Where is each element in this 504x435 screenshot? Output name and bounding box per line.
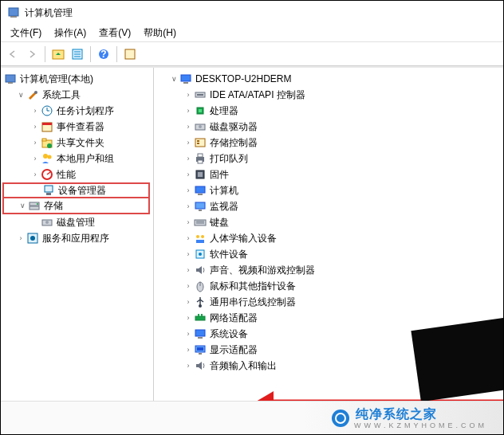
device-root[interactable]: ∨ DESKTOP-U2HDERM bbox=[154, 71, 503, 87]
window-title: 计算机管理 bbox=[25, 6, 73, 20]
collapse-icon[interactable]: ∨ bbox=[168, 73, 179, 84]
content-area: 计算机管理(本地) ∨ 系统工具 › 任务计划程序 › 事件查看器 › 共享文件… bbox=[1, 66, 503, 434]
expand-icon[interactable]: › bbox=[183, 217, 194, 228]
collapse-icon[interactable]: ∨ bbox=[15, 89, 26, 100]
expand-icon[interactable]: › bbox=[183, 265, 194, 276]
help-button[interactable]: ? bbox=[95, 45, 112, 63]
svg-rect-50 bbox=[195, 186, 205, 193]
shared-folder-icon bbox=[41, 136, 53, 149]
svg-rect-72 bbox=[199, 353, 202, 355]
expand-icon[interactable]: › bbox=[30, 105, 41, 116]
cpu-icon bbox=[194, 104, 207, 117]
svg-rect-19 bbox=[42, 139, 46, 141]
display-adapter-icon bbox=[194, 343, 207, 356]
properties-button[interactable] bbox=[69, 45, 86, 63]
svg-rect-71 bbox=[197, 347, 203, 351]
tree-event-viewer[interactable]: › 事件查看器 bbox=[1, 119, 153, 135]
svg-point-12 bbox=[34, 91, 37, 94]
app-icon bbox=[7, 6, 20, 19]
expand-icon[interactable]: › bbox=[183, 312, 194, 323]
svg-rect-69 bbox=[198, 337, 203, 339]
svg-point-21 bbox=[43, 154, 48, 159]
device-mgr-icon bbox=[42, 184, 55, 197]
printer-icon bbox=[194, 152, 207, 165]
expand-icon[interactable]: › bbox=[30, 137, 41, 148]
tree-systools[interactable]: ∨ 系统工具 bbox=[1, 87, 153, 103]
device-firmware[interactable]: ›固件 bbox=[154, 167, 503, 182]
tree-performance[interactable]: › 性能 bbox=[1, 167, 153, 182]
menu-action[interactable]: 操作(A) bbox=[48, 25, 93, 41]
device-ide[interactable]: ›IDE ATA/ATAPI 控制器 bbox=[154, 87, 503, 103]
svg-line-24 bbox=[47, 172, 50, 174]
device-disk-drive[interactable]: ›磁盘驱动器 bbox=[154, 119, 503, 135]
svg-rect-43 bbox=[197, 140, 199, 142]
extra-button[interactable] bbox=[121, 45, 139, 63]
device-hid[interactable]: ›人体学输入设备 bbox=[154, 230, 503, 246]
expand-icon[interactable]: › bbox=[183, 169, 194, 180]
svg-rect-42 bbox=[195, 139, 205, 147]
expand-icon[interactable]: › bbox=[30, 169, 41, 180]
tree-task-scheduler[interactable]: › 任务计划程序 bbox=[1, 103, 153, 119]
tree-device-manager[interactable]: 设备管理器 bbox=[2, 182, 150, 198]
device-monitor[interactable]: ›监视器 bbox=[154, 198, 503, 214]
left-tree-pane[interactable]: 计算机管理(本地) ∨ 系统工具 › 任务计划程序 › 事件查看器 › 共享文件… bbox=[1, 68, 154, 434]
svg-rect-46 bbox=[198, 154, 203, 157]
back-button bbox=[4, 45, 22, 63]
users-icon bbox=[41, 152, 53, 165]
expand-icon[interactable]: › bbox=[183, 249, 194, 260]
up-button[interactable] bbox=[49, 45, 67, 63]
tree-root-local[interactable]: 计算机管理(本地) bbox=[1, 71, 153, 87]
device-audio-video[interactable]: ›声音、视频和游戏控制器 bbox=[154, 262, 503, 278]
svg-point-64 bbox=[199, 304, 202, 308]
device-network[interactable]: ›网络适配器 bbox=[154, 310, 503, 326]
collapse-icon[interactable]: ∨ bbox=[17, 200, 28, 211]
device-mouse[interactable]: ›鼠标和其他指针设备 bbox=[154, 278, 503, 294]
expand-icon[interactable]: › bbox=[183, 185, 194, 196]
svg-rect-68 bbox=[195, 330, 205, 336]
expand-icon[interactable]: › bbox=[183, 360, 194, 371]
storage-icon bbox=[28, 199, 41, 212]
device-print-queue[interactable]: ›打印队列 bbox=[154, 151, 503, 167]
device-storage-ctrl[interactable]: ›存储控制器 bbox=[154, 135, 503, 151]
audio-io-icon bbox=[194, 359, 207, 372]
expand-icon[interactable]: › bbox=[183, 137, 194, 148]
expand-icon[interactable]: › bbox=[30, 121, 41, 132]
device-software[interactable]: ›软件设备 bbox=[154, 246, 503, 262]
expand-icon[interactable]: › bbox=[30, 153, 41, 164]
storage-ctrl-icon bbox=[194, 136, 207, 149]
device-keyboard[interactable]: ›键盘 bbox=[154, 214, 503, 230]
expand-icon[interactable]: › bbox=[183, 201, 194, 212]
keyboard-icon bbox=[194, 216, 207, 229]
device-computer[interactable]: ›计算机 bbox=[154, 182, 503, 198]
expand-icon[interactable]: › bbox=[15, 233, 26, 244]
svg-rect-65 bbox=[195, 316, 205, 320]
tree-services[interactable]: › 服务和应用程序 bbox=[1, 230, 153, 246]
menu-file[interactable]: 文件(F) bbox=[4, 25, 48, 41]
tree-storage[interactable]: ∨ 存储 bbox=[2, 198, 150, 214]
expand-icon[interactable]: › bbox=[183, 105, 194, 116]
svg-point-22 bbox=[48, 155, 52, 159]
svg-rect-17 bbox=[42, 123, 52, 125]
expand-icon[interactable]: › bbox=[183, 153, 194, 164]
tree-local-users[interactable]: › 本地用户和组 bbox=[1, 151, 153, 167]
expand-icon[interactable]: › bbox=[183, 233, 194, 244]
expand-icon[interactable]: › bbox=[183, 121, 194, 132]
expand-icon[interactable]: › bbox=[183, 296, 194, 308]
expand-icon[interactable]: › bbox=[183, 280, 194, 292]
expand-icon[interactable]: › bbox=[183, 344, 194, 355]
expand-icon[interactable]: › bbox=[183, 328, 194, 339]
device-processor[interactable]: ›处理器 bbox=[154, 103, 503, 119]
tree-disk-mgmt[interactable]: 磁盘管理 bbox=[1, 214, 153, 230]
menu-view[interactable]: 查看(V) bbox=[93, 25, 137, 41]
svg-rect-66 bbox=[198, 314, 199, 316]
svg-rect-51 bbox=[198, 194, 203, 195]
svg-rect-10 bbox=[6, 75, 15, 82]
svg-rect-47 bbox=[198, 160, 203, 163]
tree-shared-folders[interactable]: › 共享文件夹 bbox=[1, 135, 153, 151]
expand-icon[interactable]: › bbox=[183, 89, 194, 100]
svg-rect-44 bbox=[197, 143, 199, 144]
menu-help[interactable]: 帮助(H) bbox=[137, 25, 183, 41]
svg-point-33 bbox=[30, 236, 35, 241]
device-usb[interactable]: ›通用串行总线控制器 bbox=[154, 294, 503, 310]
right-tree-pane[interactable]: ∨ DESKTOP-U2HDERM ›IDE ATA/ATAPI 控制器 ›处理… bbox=[154, 68, 503, 434]
